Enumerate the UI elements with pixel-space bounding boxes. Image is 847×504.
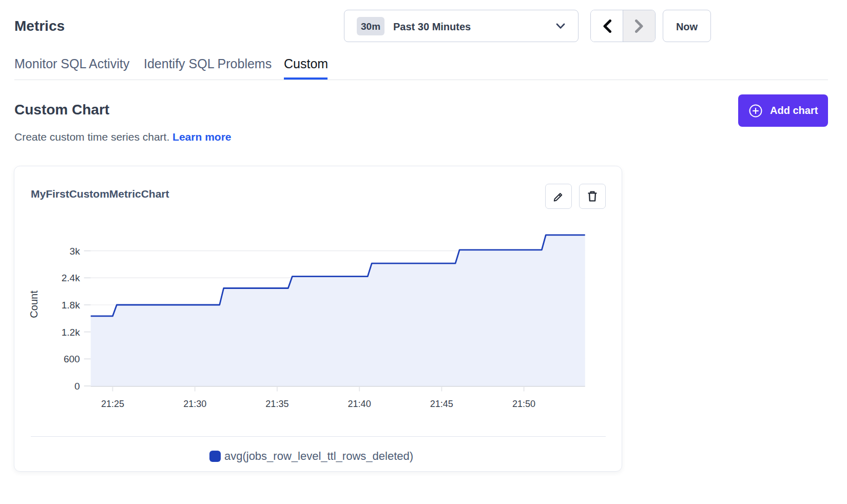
svg-text:600: 600 [64,354,80,364]
svg-text:1.8k: 1.8k [62,300,80,311]
tab-identify-sql-problems[interactable]: Identify SQL Problems [144,57,272,70]
chevron-down-icon [556,23,565,29]
svg-text:21:25: 21:25 [101,399,124,409]
svg-text:21:40: 21:40 [348,399,371,409]
custom-chart-plot[interactable]: 06001.2k1.8k2.4k3kCount21:2521:3021:3521… [14,219,623,414]
next-window-button[interactable] [623,10,655,42]
time-range-dropdown[interactable]: 30m Past 30 Minutes [344,10,579,42]
section-description: Create custom time series chart. Learn m… [14,131,231,142]
tab-custom[interactable]: Custom [284,57,328,70]
time-range-badge: 30m [357,17,384,35]
learn-more-link[interactable]: Learn more [172,131,231,143]
svg-text:21:50: 21:50 [512,399,535,409]
page-title: Metrics [14,19,65,33]
svg-text:21:35: 21:35 [265,399,288,409]
custom-chart-card: MyFirstCustomMetricChart 06001.2k1.8k2.4… [14,166,622,472]
add-chart-label: Add chart [770,105,818,117]
chart-title: MyFirstCustomMetricChart [31,188,169,199]
svg-text:3k: 3k [70,246,81,257]
card-divider [31,436,606,437]
tabs-divider [14,80,828,80]
plus-circle-icon [748,104,763,118]
chevron-left-icon [603,20,611,33]
now-button[interactable]: Now [663,10,711,42]
legend-swatch [209,451,221,462]
tab-monitor-sql-activity[interactable]: Monitor SQL Activity [14,57,129,70]
svg-text:21:30: 21:30 [183,399,206,409]
delete-chart-button[interactable] [579,184,606,209]
trash-icon [586,190,599,203]
chart-legend: avg(jobs_row_level_ttl_rows_deleted) [14,450,622,463]
section-description-text: Create custom time series chart. [14,131,169,143]
chevron-right-icon [635,20,644,33]
previous-window-button[interactable] [591,10,623,42]
svg-text:1.2k: 1.2k [62,327,80,338]
time-window-pager [590,10,656,42]
metrics-page: Metrics 30m Past 30 Minutes Now Monitor … [0,0,847,504]
section-title: Custom Chart [14,103,109,117]
svg-text:2.4k: 2.4k [62,273,80,283]
legend-label: avg(jobs_row_level_ttl_rows_deleted) [224,450,413,463]
svg-text:0: 0 [74,381,80,392]
pencil-icon [552,190,565,203]
edit-chart-button[interactable] [545,184,572,209]
svg-text:21:45: 21:45 [430,399,453,409]
add-chart-button[interactable]: Add chart [738,94,828,127]
time-range-label: Past 30 Minutes [393,21,556,33]
svg-text:Count: Count [28,290,40,318]
